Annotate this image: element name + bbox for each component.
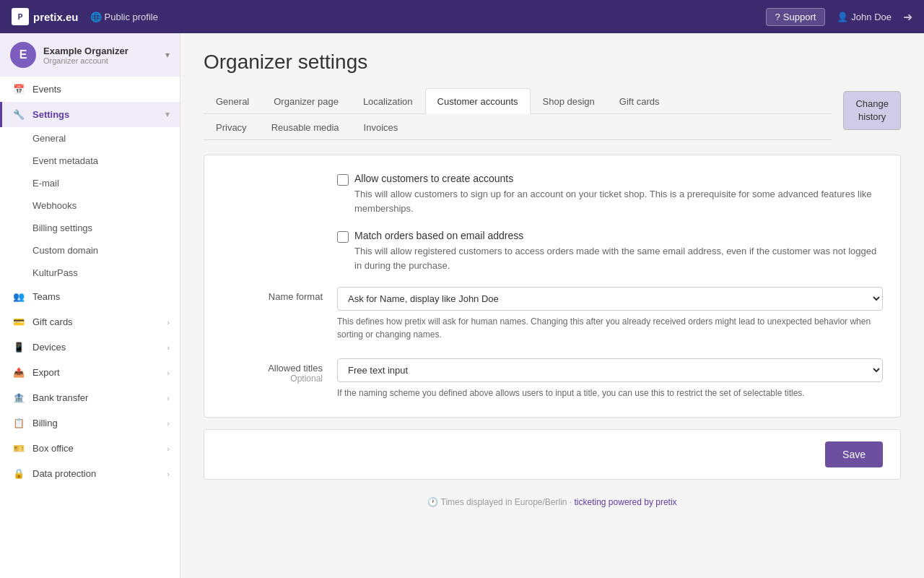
chevron-icon: ›: [167, 394, 170, 402]
chevron-icon: ▾: [165, 110, 170, 119]
sidebar-item-label: Data protection: [32, 468, 96, 479]
tab-general[interactable]: General: [204, 88, 261, 114]
org-name: Example Organizer: [43, 46, 158, 56]
tab-shop-design[interactable]: Shop design: [531, 88, 607, 114]
name-format-select[interactable]: Ask for Name, display like John Doe Ask …: [337, 287, 883, 311]
page-footer: 🕐 Times displayed in Europe/Berlin · tic…: [204, 491, 901, 519]
sidebar-item-bank-transfer[interactable]: 🏦 Bank transfer ›: [0, 385, 180, 410]
allowed-titles-control: Free text input None If the naming schem…: [337, 358, 883, 400]
sidebar-sub-email[interactable]: E-mail: [0, 172, 180, 194]
match-orders-row: Match orders based on email address This…: [337, 230, 883, 272]
chevron-icon: ›: [167, 343, 170, 352]
tab-reusable-media[interactable]: Reusable media: [259, 114, 352, 140]
name-format-help: This defines how pretix will ask for hum…: [337, 315, 883, 341]
sidebar-item-label: Devices: [32, 342, 66, 353]
tab-invoices[interactable]: Invoices: [352, 114, 411, 140]
chevron-icon: ›: [167, 444, 170, 453]
match-orders-label[interactable]: Match orders based on email address: [354, 230, 523, 241]
signout-icon[interactable]: ➜: [903, 10, 912, 24]
sidebar-item-box-office[interactable]: 🎫 Box office ›: [0, 436, 180, 461]
logo-text: pretix.eu: [33, 11, 79, 23]
topbar: P pretix.eu 🌐 Public profile ? Support 👤…: [0, 0, 924, 33]
export-icon: 📤: [12, 367, 25, 378]
globe-icon: 🌐: [90, 12, 102, 22]
sidebar-sub-custom-domain[interactable]: Custom domain: [0, 239, 180, 262]
allow-accounts-checkbox[interactable]: [337, 174, 349, 186]
allowed-titles-label: Allowed titles Optional: [222, 358, 337, 384]
timezone-text: Times displayed in Europe/Berlin: [441, 497, 567, 507]
wrench-icon: 🔧: [12, 109, 25, 120]
device-icon: 📱: [12, 342, 25, 353]
billing-icon: 📋: [12, 418, 25, 428]
tabs-container: General Organizer page Localization Cust…: [204, 88, 832, 155]
allowed-titles-row: Allowed titles Optional Free text input …: [222, 358, 883, 400]
box-office-icon: 🎫: [12, 443, 25, 454]
user-icon: 👤: [837, 12, 848, 22]
allow-accounts-desc: This will allow customers to sign up for…: [354, 187, 883, 215]
org-avatar: E: [10, 42, 36, 68]
sidebar-item-export[interactable]: 📤 Export ›: [0, 360, 180, 385]
sidebar-sub-webhooks[interactable]: Webhooks: [0, 194, 180, 217]
lock-icon: 🔒: [12, 468, 25, 479]
name-format-label: Name format: [222, 287, 337, 302]
support-button[interactable]: ? Support: [766, 8, 826, 26]
sidebar-item-gift-cards[interactable]: 💳 Gift cards ›: [0, 309, 180, 335]
org-type: Organizer account: [43, 56, 158, 65]
sidebar-item-label: Teams: [32, 291, 60, 302]
form-card: Allow customers to create accounts This …: [204, 155, 901, 418]
sidebar-item-billing[interactable]: 📋 Billing ›: [0, 410, 180, 436]
page-title: Organizer settings: [204, 51, 901, 74]
sidebar-item-label: Settings: [32, 109, 69, 120]
allowed-titles-select[interactable]: Free text input None: [337, 358, 883, 382]
name-format-row: Name format Ask for Name, display like J…: [222, 287, 883, 341]
chevron-icon: ›: [167, 368, 170, 377]
allowed-titles-help: If the naming scheme you defined above a…: [337, 387, 883, 400]
sidebar-sub-general[interactable]: General: [0, 127, 180, 150]
chevron-icon: ›: [167, 318, 170, 327]
sidebar-item-events[interactable]: 📅 Events: [0, 77, 180, 102]
main-content: Organizer settings General Organizer pag…: [180, 33, 924, 578]
org-switcher[interactable]: E Example Organizer Organizer account ▾: [0, 33, 180, 77]
match-orders-desc: This will allow registered customers to …: [354, 244, 883, 272]
user-menu[interactable]: 👤 John Doe: [837, 12, 892, 22]
sidebar-item-settings[interactable]: 🔧 Settings ▾: [0, 102, 180, 127]
sidebar-item-data-protection[interactable]: 🔒 Data protection ›: [0, 461, 180, 486]
name-format-control: Ask for Name, display like John Doe Ask …: [337, 287, 883, 341]
logo-icon: P: [12, 8, 29, 25]
gift-card-icon: 💳: [12, 316, 25, 327]
chevron-icon: ›: [167, 470, 170, 478]
sidebar: E Example Organizer Organizer account ▾ …: [0, 33, 180, 578]
sidebar-item-devices[interactable]: 📱 Devices ›: [0, 335, 180, 360]
sidebar-item-label: Box office: [32, 443, 74, 454]
chevron-icon: ›: [167, 419, 170, 428]
public-profile-link[interactable]: 🌐 Public profile: [90, 12, 158, 22]
tab-privacy[interactable]: Privacy: [204, 114, 259, 140]
allow-accounts-row: Allow customers to create accounts This …: [337, 173, 883, 215]
teams-icon: 👥: [12, 291, 25, 302]
match-orders-checkbox[interactable]: [337, 231, 349, 243]
sidebar-sub-kulturpass[interactable]: KulturPass: [0, 262, 180, 284]
allow-accounts-label[interactable]: Allow customers to create accounts: [354, 173, 513, 184]
save-button[interactable]: Save: [825, 441, 883, 467]
question-icon: ?: [775, 12, 780, 22]
chevron-down-icon: ▾: [165, 50, 170, 60]
layout: E Example Organizer Organizer account ▾ …: [0, 33, 924, 578]
powered-by-link[interactable]: ticketing powered by pretix: [575, 497, 677, 507]
sidebar-sub-event-metadata[interactable]: Event metadata: [0, 150, 180, 172]
timezone-icon: 🕐: [427, 497, 438, 507]
tab-customer-accounts[interactable]: Customer accounts: [425, 88, 531, 114]
tab-gift-cards[interactable]: Gift cards: [607, 88, 672, 114]
change-history-button[interactable]: Change history: [843, 91, 901, 130]
tab-localization[interactable]: Localization: [351, 88, 425, 114]
sidebar-item-teams[interactable]: 👥 Teams: [0, 284, 180, 309]
bank-icon: 🏦: [12, 392, 25, 403]
tabs-row-2: Privacy Reusable media Invoices: [204, 114, 832, 140]
tab-organizer-page[interactable]: Organizer page: [261, 88, 351, 114]
logo[interactable]: P pretix.eu: [12, 8, 79, 25]
sidebar-sub-billing-settings[interactable]: Billing settings: [0, 217, 180, 239]
calendar-icon: 📅: [12, 84, 25, 95]
sidebar-item-label: Billing: [32, 418, 58, 428]
tabs-row-1: General Organizer page Localization Cust…: [204, 88, 832, 114]
tabs-header: General Organizer page Localization Cust…: [204, 88, 901, 155]
sidebar-item-label: Events: [32, 84, 61, 95]
